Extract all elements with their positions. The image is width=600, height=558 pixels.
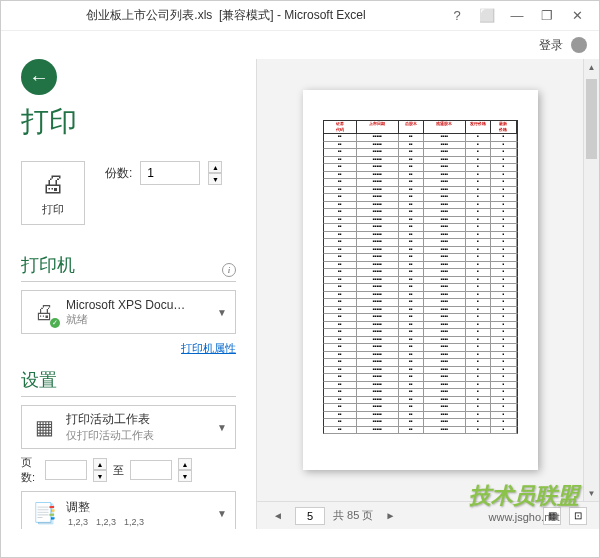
chevron-down-icon: ▼ <box>217 508 227 519</box>
printer-device-icon: 🖨✓ <box>30 298 58 326</box>
printer-info-icon[interactable]: i <box>222 263 236 277</box>
restore-button[interactable]: ❐ <box>533 5 561 27</box>
ribbon-display-button[interactable]: ⬜ <box>473 5 501 27</box>
page-from-input[interactable] <box>45 460 87 480</box>
collation-dropdown[interactable]: 📑 调整 1,2,3 1,2,3 1,2,3 ▼ <box>21 491 236 529</box>
minimize-button[interactable]: — <box>503 5 531 27</box>
page-from-up[interactable]: ▲ <box>93 458 107 470</box>
collation-seq3: 1,2,3 <box>122 516 146 528</box>
ready-check-icon: ✓ <box>50 318 60 328</box>
print-what-sub: 仅打印活动工作表 <box>66 428 209 443</box>
printer-icon: 🖨 <box>41 170 65 198</box>
preview-scrollbar[interactable]: ▲ ▼ <box>583 59 599 501</box>
print-what-main: 打印活动工作表 <box>66 411 209 428</box>
user-avatar-icon[interactable] <box>571 37 587 53</box>
collation-seq2: 1,2,3 <box>94 516 118 528</box>
printer-status: 就绪 <box>66 312 209 327</box>
help-button[interactable]: ? <box>443 5 471 27</box>
page-title: 打印 <box>21 103 236 141</box>
copies-label: 份数: <box>105 165 132 182</box>
login-link[interactable]: 登录 <box>539 37 563 54</box>
printer-properties-link[interactable]: 打印机属性 <box>181 342 236 354</box>
current-page-input[interactable] <box>295 507 325 525</box>
prev-page-button[interactable]: ◄ <box>269 507 287 525</box>
next-page-button[interactable]: ► <box>381 507 399 525</box>
pages-label: 页数: <box>21 455 39 485</box>
scroll-thumb[interactable] <box>586 79 597 159</box>
scroll-up-icon[interactable]: ▲ <box>584 59 599 75</box>
printer-dropdown[interactable]: 🖨✓ Microsoft XPS Docu… 就绪 ▼ <box>21 290 236 334</box>
sheets-icon: ▦ <box>30 413 58 441</box>
copies-input[interactable] <box>140 161 200 185</box>
collation-main: 调整 <box>66 499 209 516</box>
print-preview: 证券代码 上市日期 总股本 流通股本 发行价格 最新价格 ■■■■■■■■■■■… <box>257 59 583 501</box>
pages-to-label: 至 <box>113 463 124 478</box>
watermark-logo: 技术员联盟 <box>469 481 579 511</box>
print-what-dropdown[interactable]: ▦ 打印活动工作表 仅打印活动工作表 ▼ <box>21 405 236 449</box>
page-to-up[interactable]: ▲ <box>178 458 192 470</box>
copies-down-button[interactable]: ▼ <box>208 173 222 185</box>
watermark: 技术员联盟 www.jsgho.net <box>469 481 579 523</box>
chevron-down-icon: ▼ <box>217 422 227 433</box>
collation-seq1: 1,2,3 <box>66 516 90 528</box>
printer-section-title: 打印机 <box>21 253 75 277</box>
print-button-label: 打印 <box>42 202 64 217</box>
copies-up-button[interactable]: ▲ <box>208 161 222 173</box>
watermark-url: www.jsgho.net <box>469 511 579 523</box>
close-button[interactable]: ✕ <box>563 5 591 27</box>
window-title: 创业板上市公司列表.xls [兼容模式] - Microsoft Excel <box>9 7 443 24</box>
page-from-down[interactable]: ▼ <box>93 470 107 482</box>
print-button[interactable]: 🖨 打印 <box>21 161 85 225</box>
settings-section-title: 设置 <box>21 368 57 392</box>
collation-icon: 📑 <box>30 499 58 527</box>
page-total-label: 共 85 页 <box>333 508 373 523</box>
back-button[interactable]: ← <box>21 59 57 95</box>
scroll-down-icon[interactable]: ▼ <box>584 485 599 501</box>
printer-name: Microsoft XPS Docu… <box>66 298 209 312</box>
page-to-input[interactable] <box>130 460 172 480</box>
preview-page: 证券代码 上市日期 总股本 流通股本 发行价格 最新价格 ■■■■■■■■■■■… <box>303 90 538 470</box>
page-to-down[interactable]: ▼ <box>178 470 192 482</box>
chevron-down-icon: ▼ <box>217 307 227 318</box>
